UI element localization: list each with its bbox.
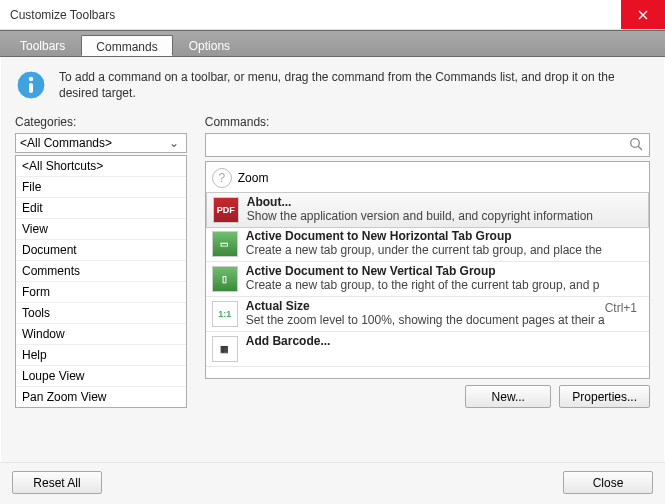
categories-select[interactable]: <All Commands> ⌄ (15, 133, 187, 153)
command-group-header: ? Zoom (206, 162, 649, 193)
search-input[interactable] (210, 138, 629, 152)
commands-list[interactable]: ? Zoom PDF About... Show the application… (205, 161, 650, 379)
chevron-down-icon: ⌄ (166, 136, 182, 150)
command-desc: Create a new tab group, under the curren… (246, 243, 643, 257)
svg-point-2 (29, 77, 33, 81)
columns: Categories: <All Commands> ⌄ <All Shortc… (15, 115, 650, 408)
command-desc: Set the zoom level to 100%, showing the … (246, 313, 605, 327)
close-button[interactable]: Close (563, 471, 653, 494)
list-item[interactable]: Pan Zoom View (16, 387, 186, 407)
commands-search[interactable] (205, 133, 650, 157)
tab-bar: Toolbars Commands Options (0, 30, 665, 57)
info-icon (15, 69, 47, 101)
info-text: To add a command on a toolbar, or menu, … (59, 69, 650, 101)
list-item[interactable]: Form (16, 282, 186, 303)
tab-commands[interactable]: Commands (81, 35, 172, 56)
command-title: About... (247, 195, 642, 209)
commands-buttons: New... Properties... (205, 385, 650, 408)
search-icon (629, 137, 645, 154)
titlebar: Customize Toolbars (0, 0, 665, 30)
categories-select-value: <All Commands> (20, 136, 166, 150)
list-item[interactable]: File (16, 177, 186, 198)
properties-button[interactable]: Properties... (559, 385, 650, 408)
footer: Reset All Close (0, 462, 665, 504)
list-item[interactable]: <All Shortcuts> (16, 156, 186, 177)
question-icon: ? (212, 168, 232, 188)
list-item[interactable]: Edit (16, 198, 186, 219)
command-item[interactable]: ▭ Active Document to New Horizontal Tab … (206, 227, 649, 262)
commands-column: Commands: ? Zoom PDF About... Show the a… (205, 115, 650, 408)
list-item[interactable]: View (16, 219, 186, 240)
barcode-icon: ▦ (212, 336, 238, 362)
categories-list[interactable]: <All Shortcuts> File Edit View Document … (15, 155, 187, 408)
horizontal-tab-icon: ▭ (212, 231, 238, 257)
window-title: Customize Toolbars (10, 8, 621, 22)
list-item[interactable]: Help (16, 345, 186, 366)
categories-column: Categories: <All Commands> ⌄ <All Shortc… (15, 115, 187, 408)
reset-all-button[interactable]: Reset All (12, 471, 102, 494)
list-item[interactable]: Window (16, 324, 186, 345)
svg-rect-3 (29, 83, 33, 93)
svg-point-4 (631, 139, 640, 148)
categories-label: Categories: (15, 115, 187, 129)
command-title: Active Document to New Vertical Tab Grou… (246, 264, 643, 278)
panel: To add a command on a toolbar, or menu, … (0, 57, 665, 477)
command-title: Actual Size (246, 299, 605, 313)
commands-label: Commands: (205, 115, 650, 129)
command-item[interactable]: ▦ Add Barcode... (206, 332, 649, 367)
command-item[interactable]: 1:1 Actual Size Set the zoom level to 10… (206, 297, 649, 332)
command-item[interactable]: PDF About... Show the application versio… (206, 192, 649, 228)
actual-size-icon: 1:1 (212, 301, 238, 327)
list-item[interactable]: Loupe View (16, 366, 186, 387)
command-item[interactable]: ▯ Active Document to New Vertical Tab Gr… (206, 262, 649, 297)
tab-toolbars[interactable]: Toolbars (6, 35, 79, 56)
pdf-icon: PDF (213, 197, 239, 223)
command-desc: Show the application version and build, … (247, 209, 642, 223)
list-item[interactable]: Comments (16, 261, 186, 282)
vertical-tab-icon: ▯ (212, 266, 238, 292)
command-group-label: Zoom (238, 171, 269, 185)
command-title: Active Document to New Horizontal Tab Gr… (246, 229, 643, 243)
list-item[interactable]: Document (16, 240, 186, 261)
command-desc: Create a new tab group, to the right of … (246, 278, 643, 292)
new-button[interactable]: New... (465, 385, 551, 408)
close-icon[interactable] (621, 0, 665, 29)
list-item[interactable]: Tools (16, 303, 186, 324)
tab-options[interactable]: Options (175, 35, 244, 56)
svg-line-5 (638, 146, 642, 150)
info-row: To add a command on a toolbar, or menu, … (15, 69, 650, 101)
command-shortcut: Ctrl+1 (605, 299, 643, 329)
command-title: Add Barcode... (246, 334, 643, 348)
